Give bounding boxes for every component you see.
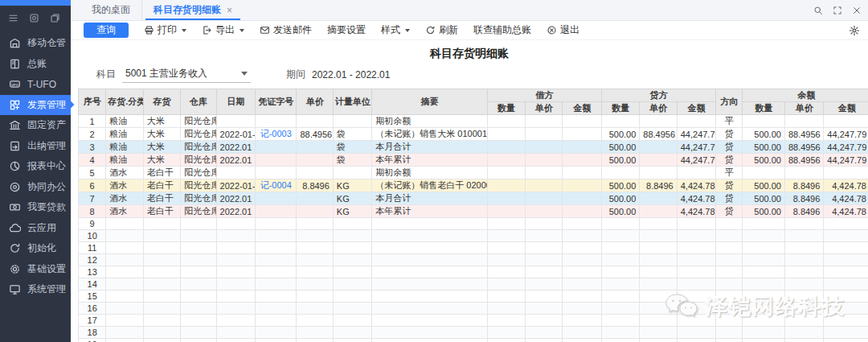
grid-cell [601,242,639,254]
table-row[interactable]: 15 [79,290,868,303]
grid-cell [601,315,639,327]
sidebar-item-loan[interactable]: 我要贷款 [0,197,71,218]
table-row[interactable]: 10 [79,230,868,242]
grid-cell [601,266,639,278]
sidebar-item-label: 初始化 [27,241,56,255]
table-row[interactable]: 19 [79,339,868,342]
grid-cell [143,278,180,290]
toolbar-button-样式[interactable]: 样式 [381,23,410,37]
sidebar-item-system[interactable]: 系统管理 [0,279,71,300]
table-row[interactable]: 16 [79,303,868,315]
query-button[interactable]: 查询 [84,23,129,38]
table-row[interactable]: 11 [79,242,868,254]
menu-icon[interactable] [8,12,18,27]
close-icon[interactable] [852,6,862,15]
table-row[interactable]: 1粮油大米阳光仓库期初余额平 [79,115,868,128]
chevron-down-icon [182,29,186,32]
grid-cell [333,254,371,266]
table-row[interactable]: 14 [79,278,868,290]
sidebar-item-cashier[interactable]: 出纳管理 [0,136,71,157]
tab-my-desktop[interactable]: 我的桌面 [80,0,141,20]
grid-cell [824,290,868,303]
cloud-icon [9,222,21,234]
grid-cell [333,115,371,128]
col-header: 凭证字号 [255,89,296,115]
grid-cell [743,327,784,339]
expand-icon[interactable] [833,6,842,15]
grid-cell [255,192,296,205]
grid-cell: 4,424.78 [677,192,715,205]
table-row[interactable]: 3粮油大米阳光仓库2022.01袋本月合计500.0044,247.79贷500… [79,141,868,154]
table-row[interactable]: 8酒水老白干阳光仓库2022.01KG本年累计500.004,424.78贷50… [79,205,868,218]
grid-cell [640,290,677,303]
tab-close-icon[interactable]: × [227,5,232,16]
grid-cell [106,290,143,303]
grid-cell [181,242,216,254]
grid-cell [526,315,563,327]
table-row[interactable]: 12 [79,254,868,266]
sidebar-item-init[interactable]: 初始化 [0,238,71,259]
sidebar-item-tufo[interactable]: UFOT-UFO [0,74,71,95]
sidebar-item-settings[interactable]: 基础设置 [0,259,71,280]
sidebar-item-mobile-warehouse[interactable]: 移动仓管 [0,33,71,54]
sidebar-item-label: 云应用 [27,221,56,235]
table-row[interactable]: 17 [79,315,868,327]
grid-cell [372,242,487,254]
grid-cell [333,290,371,303]
table-row[interactable]: 9 [79,218,868,230]
grid-cell [255,266,296,278]
toolbar-button-refresh[interactable]: 刷新 [425,23,458,37]
sidebar-item-collaboration[interactable]: 协同办公 [0,177,71,198]
table-row[interactable]: 5酒水老白干阳光仓库期初余额平 [79,167,868,179]
toolbar-button-联查辅助总账[interactable]: 联查辅助总账 [473,23,531,37]
toolbar-button-exit[interactable]: 退出 [547,23,579,37]
tab-bar: 我的桌面 科目存货明细账 × [71,0,868,21]
grid-cell: 老白干 [143,205,180,218]
grid-cell [372,315,487,327]
table-row[interactable]: 7酒水老白干阳光仓库2022.01KG本月合计500.004,424.78贷50… [79,192,868,205]
tab-subject-inventory-ledger[interactable]: 科目存货明细账 × [141,0,244,20]
voucher-link[interactable]: 记-0003 [255,128,296,141]
col-header: 计量单位 [333,89,371,115]
tab-label: 我的桌面 [92,3,130,17]
grid-cell [716,254,743,266]
search-icon[interactable] [813,6,823,15]
table-row[interactable]: 18 [79,327,868,339]
grid-cell [372,290,487,303]
sidebar-item-report-center[interactable]: 报表中心 [0,156,71,177]
grid-cell [526,339,563,342]
sidebar-item-invoice[interactable]: 发票管理 [0,95,71,116]
col-subheader: 金额 [677,102,715,115]
sidebar-item-ledger[interactable]: 总账 [0,54,71,75]
period-label: 期间 [286,68,305,81]
grid-cell [563,303,601,315]
voucher-link[interactable]: 记-0004 [255,179,296,192]
sidebar-item-cloud[interactable]: 云应用 [0,218,71,239]
toolbar-button-export[interactable]: 导出 [202,23,244,37]
new-window-icon[interactable] [50,12,60,27]
grid-cell: 16 [79,303,106,315]
table-row[interactable]: 13 [79,266,868,278]
sidebar-item-fixed-assets[interactable]: 固定资产 [0,115,71,136]
table-row[interactable]: 2粮油大米阳光仓库2022-01-03记-000388.4956袋（未记账）销售… [79,128,868,141]
grid-cell [640,254,677,266]
subject-select[interactable]: 5001 主营业务收入 [122,66,251,83]
col-header: 日期 [216,89,255,115]
toolbar-button-mail[interactable]: 发送邮件 [260,23,312,37]
table-row[interactable]: 4粮油大米阳光仓库2022.01袋本年累计500.0044,247.79贷500… [79,154,868,167]
toolbar-gear-icon[interactable] [849,25,860,36]
grid-cell: 贷 [716,179,743,192]
export-icon [202,25,212,35]
screenshot-icon[interactable] [29,12,39,27]
grid-cell: 大米 [143,115,180,128]
refresh-icon [425,25,436,35]
grid-cell [372,230,487,242]
toolbar-button-printer[interactable]: 打印 [144,23,186,37]
grid-cell [143,242,180,254]
grid-cell [526,303,563,315]
grid-cell [372,266,487,278]
toolbar-button-摘要设置[interactable]: 摘要设置 [327,23,366,37]
grid-cell: 8 [79,205,106,218]
grid-cell [181,278,216,290]
table-row[interactable]: 6酒水老白干阳光仓库2022-01-03记-00048.8496KG（未记账）销… [79,179,868,192]
